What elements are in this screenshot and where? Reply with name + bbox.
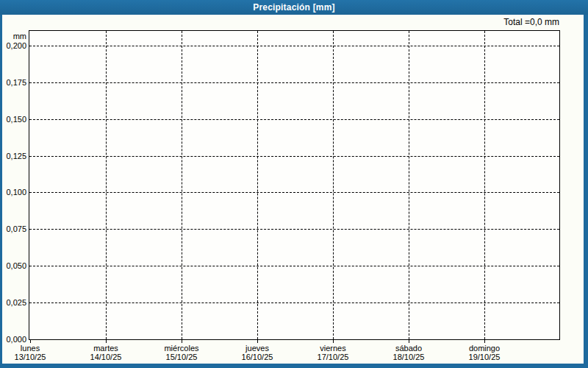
x-tick-day: viernes — [295, 344, 370, 353]
x-axis-tick — [106, 340, 107, 343]
x-tick-date: 18/10/25 — [371, 353, 446, 361]
x-tick-label: miércoles15/10/25 — [144, 344, 219, 361]
h-gridline — [29, 119, 559, 120]
x-axis-tick — [182, 340, 182, 343]
h-gridline — [29, 46, 559, 46]
v-gridline — [257, 31, 258, 339]
v-gridline — [333, 31, 334, 339]
chart-panel: Total =0,0 mm mm 0,2000,1750,1500,1250,1… — [2, 15, 584, 364]
chart-title: Precipitación [mm] — [253, 2, 335, 13]
chart-window: Precipitación [mm] Total =0,0 mm mm 0,20… — [0, 0, 588, 368]
v-gridline — [484, 31, 485, 339]
y-tick-label: 0,050 — [2, 261, 26, 270]
x-tick-date: 16/10/25 — [220, 353, 295, 361]
y-tick-label: 0,175 — [2, 78, 26, 87]
x-tick-day: jueves — [220, 344, 295, 353]
x-axis-tick — [30, 340, 31, 343]
v-gridline — [106, 31, 107, 339]
x-tick-date: 15/10/25 — [144, 353, 219, 361]
h-gridline — [29, 229, 559, 230]
y-axis-unit-label: mm — [2, 32, 26, 40]
y-tick-label: 0,000 — [2, 335, 26, 344]
x-tick-label: sábado18/10/25 — [371, 344, 446, 361]
h-gridline — [29, 266, 559, 266]
x-tick-day: sábado — [371, 344, 446, 353]
x-axis-tick — [484, 340, 485, 343]
h-gridline — [29, 156, 559, 157]
x-tick-label: lunes13/10/25 — [0, 344, 68, 361]
x-tick-day: lunes — [0, 344, 68, 353]
y-tick-label: 0,125 — [2, 152, 26, 160]
x-tick-label: domingo19/10/25 — [447, 344, 522, 361]
x-tick-label: martes14/10/25 — [68, 344, 143, 361]
y-tick-label: 0,025 — [2, 298, 26, 307]
x-tick-label: jueves16/10/25 — [220, 344, 295, 361]
y-tick-label: 0,075 — [2, 224, 26, 233]
v-gridline — [182, 31, 182, 339]
v-gridline — [409, 31, 409, 339]
plot-area — [29, 30, 560, 340]
x-axis-tick — [409, 340, 409, 343]
h-gridline — [29, 82, 559, 83]
x-axis-tick — [257, 340, 258, 343]
y-tick-label: 0,100 — [2, 188, 26, 197]
x-tick-day: miércoles — [144, 344, 219, 353]
total-label: Total =0,0 mm — [503, 17, 559, 27]
x-tick-date: 14/10/25 — [68, 353, 143, 361]
h-gridline — [29, 302, 559, 303]
window-titlebar: Precipitación [mm] — [0, 0, 588, 15]
x-tick-date: 13/10/25 — [0, 353, 68, 361]
x-tick-date: 19/10/25 — [447, 353, 522, 361]
y-tick-label: 0,200 — [2, 41, 26, 50]
y-tick-label: 0,150 — [2, 115, 26, 124]
x-tick-date: 17/10/25 — [295, 353, 370, 361]
x-tick-day: martes — [68, 344, 143, 353]
x-tick-day: domingo — [447, 344, 522, 353]
h-gridline — [29, 192, 559, 193]
x-tick-label: viernes17/10/25 — [295, 344, 370, 361]
x-axis-tick — [333, 340, 334, 343]
